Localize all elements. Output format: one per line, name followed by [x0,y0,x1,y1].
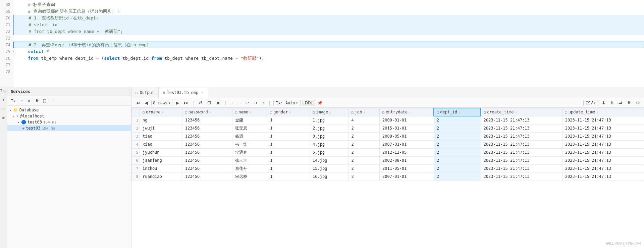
cell-gender[interactable]: 1 [267,148,310,156]
cell-image[interactable]: 1.jpg [310,116,348,124]
data-table-container[interactable]: □ ername ⇕ □ password ⇕ [131,108,644,248]
code-content[interactable]: # 标量子查询 # 查询教研部的所有员工信息（拆分为两步）： # 1. 查找教研… [13,0,644,87]
cell-num[interactable]: 2 [132,124,140,132]
cell-name[interactable]: 张三丰 [232,156,267,164]
cell-password[interactable]: 123456 [182,164,232,172]
transfer-btn[interactable]: ⇄ [617,100,624,106]
cell-password[interactable]: 123456 [182,116,232,124]
col-header-create-time[interactable]: □ create_time ⇕ [481,108,562,116]
cell-update_time[interactable]: 2023-11-15 21:47:13 [562,132,644,140]
tab-output[interactable]: □ Output [131,87,159,98]
nav-first-btn[interactable]: ⏮ [134,100,141,106]
cell-password[interactable]: 123456 [182,172,232,181]
cell-password[interactable]: 123456 [182,156,232,164]
cell-create_time[interactable]: 2023-11-15 21:47:13 [481,116,562,124]
cell-entrydate[interactable]: 2007-01-01 [380,140,434,148]
cell-entrydate[interactable]: 2002-08-01 [380,156,434,164]
cell-update_time[interactable]: 2023-11-15 21:47:13 [562,164,644,172]
job-sort-icon[interactable]: ⇕ [363,110,365,114]
cell-entrydate[interactable]: 2007-01-01 [380,172,434,181]
col-header-entrydate[interactable]: □ entrydate ⇕ [380,108,434,116]
cell-job[interactable]: 2 [348,140,380,148]
refresh-btn[interactable]: ↺ [197,100,204,106]
csv-selector[interactable]: CSV ▾ [583,100,598,106]
cell-update_time[interactable]: 2023-11-15 21:47:13 [562,172,644,181]
stop-btn[interactable]: ⏹ [215,100,222,106]
settings-btn[interactable]: ⚙ [635,100,641,106]
cell-image[interactable]: 5.jpg [310,148,348,156]
cell-num[interactable]: 5 [132,148,140,156]
entrydate-sort-icon[interactable]: ⇕ [409,110,411,114]
cell-gender[interactable]: 1 [267,124,310,132]
tab-test03-tb_emp[interactable]: ⊞ test03.tb_emp ✕ [159,88,208,98]
col-header-ername[interactable]: □ ername ⇕ [140,108,182,116]
services-up-btn[interactable]: ↑ [19,98,24,104]
cell-job[interactable]: 2 [348,156,380,164]
cell-gender[interactable]: 1 [267,140,310,148]
cell-dept_id[interactable]: 2 [434,172,481,181]
cell-gender[interactable]: 1 [267,132,310,140]
side-refresh-icon[interactable]: ↺ [2,107,5,111]
side-tx-label[interactable]: Tx. [0,89,7,93]
cell-dept_id[interactable]: 2 [434,124,481,132]
cell-num[interactable]: 3 [132,132,140,140]
cell-job[interactable]: 2 [348,132,380,140]
col-header-gender[interactable]: □ gender ⇕ [267,108,310,116]
cell-ername[interactable]: inzhou [140,164,182,172]
services-new-btn[interactable]: ⎕ [42,98,47,104]
cell-num[interactable]: 8 [132,172,140,181]
cell-update_time[interactable]: 2023-11-15 21:47:13 [562,148,644,156]
cell-entrydate[interactable]: 2011-05-01 [380,164,434,172]
cell-gender[interactable]: 1 [267,164,310,172]
cell-entrydate[interactable]: 2012-12-05 [380,148,434,156]
cell-create_time[interactable]: 2023-11-15 21:47:13 [481,124,562,132]
cell-job[interactable]: 2 [348,148,380,156]
cell-job[interactable]: 2 [348,172,380,181]
nav-prev-btn[interactable]: ◀ [143,100,149,106]
tree-item-localhost[interactable]: ▾ ⚡ @localhost [7,113,131,119]
cell-ername[interactable]: jwuji [140,124,182,132]
tree-item-test03-1[interactable]: ▾ 🔵 test03 184 ms [7,119,131,125]
cell-gender[interactable]: 1 [267,116,310,124]
cell-image[interactable]: 3.jpg [310,132,348,140]
redo-btn[interactable]: ↪ [252,100,259,106]
cell-image[interactable]: 16.jpg [310,172,348,181]
cell-num[interactable]: 7 [132,164,140,172]
cell-name[interactable]: 宋远桥 [232,172,267,181]
tx-selector[interactable]: Tx: Auto ▾ [273,100,301,106]
undo-btn[interactable]: ↩ [244,100,250,106]
cell-num[interactable]: 6 [132,156,140,164]
cell-update_time[interactable]: 2023-11-15 21:47:13 [562,124,644,132]
cell-num[interactable]: 4 [132,140,140,148]
cell-name[interactable]: 张无忌 [232,124,267,132]
cell-job[interactable]: 2 [348,164,380,172]
clock-btn[interactable]: ⏱ [206,100,213,106]
gender-sort-icon[interactable]: ⇕ [289,110,291,114]
cell-dept_id[interactable]: 2 [434,116,481,124]
cell-password[interactable]: 123456 [182,132,232,140]
cell-entrydate[interactable]: 2015-01-01 [380,124,434,132]
cell-dept_id[interactable]: 2 [434,140,481,148]
col-header-update-time[interactable]: □ update_time ⇕ [562,108,644,116]
tab-close-btn[interactable]: ✕ [201,90,204,95]
cell-name[interactable]: 韦一笑 [232,140,267,148]
cell-num[interactable]: 1 [132,116,140,124]
cell-image[interactable]: 2.jpg [310,124,348,132]
col-header-image[interactable]: □ image ⇕ [310,108,348,116]
cell-create_time[interactable]: 2023-11-15 21:47:13 [481,132,562,140]
col-header-dept-id[interactable]: □ dept_id ⇕ [434,108,481,116]
side-up-icon[interactable]: ↑ [2,98,5,102]
cell-update_time[interactable]: 2023-11-15 21:47:13 [562,156,644,164]
cell-dept_id[interactable]: 2 [434,148,481,156]
col-header-name[interactable]: □ name ⇕ [232,108,267,116]
remove-row-btn[interactable]: − [237,100,242,106]
side-grid-icon[interactable]: ⊞ [2,116,5,120]
cell-gender[interactable]: 1 [267,172,310,181]
cell-ername[interactable]: tiao [140,132,182,140]
cell-entrydate[interactable]: 2008-05-01 [380,132,434,140]
services-eye-btn[interactable]: 👁 [34,98,41,104]
updatetime-sort-icon[interactable]: ⇕ [596,110,598,114]
col-header-job[interactable]: □ job ⇕ [348,108,380,116]
cell-name[interactable]: 俞莲舟 [232,164,267,172]
cell-dept_id[interactable]: 2 [434,132,481,140]
